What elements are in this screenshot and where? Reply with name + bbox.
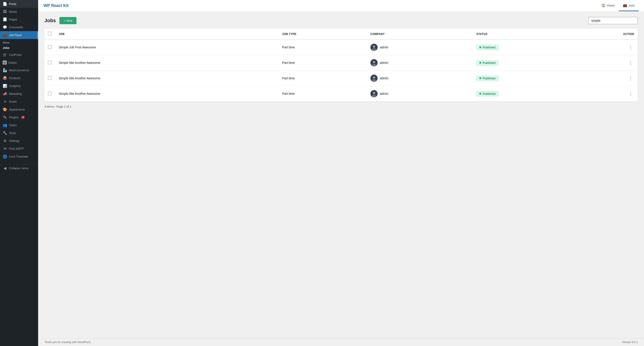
sidebar-item-pages[interactable]: 📃 Pages — [0, 15, 38, 23]
sidebar-item-users[interactable]: 👥 Users — [0, 121, 38, 129]
company-name: admin — [380, 76, 388, 80]
table-row: Simple title Another Awesome Part time a… — [44, 71, 638, 86]
sidebar-item-plugins[interactable]: 🔌 Plugins 4 — [0, 113, 38, 121]
col-header-company: COMPANY — [367, 29, 473, 39]
home-nav-icon: 🏠 — [602, 3, 606, 7]
action-menu-trigger[interactable]: ⋮ — [582, 91, 634, 96]
version-label: Version 6.0.1 — [622, 341, 638, 344]
analytics-icon: 📊 — [3, 84, 7, 88]
svg-point-1 — [373, 45, 375, 48]
action-menu-trigger[interactable]: ⋮ — [582, 75, 634, 81]
sidebar-item-cartpulse[interactable]: 🛒 CartPulse — [0, 51, 38, 59]
cell-action[interactable]: ⋮ — [579, 55, 638, 71]
sidebar-item-comments[interactable]: 💬 Comments — [0, 23, 38, 31]
table-footer: 4 items - Page 1 of 1 — [44, 105, 638, 108]
posts-icon: 📄 — [3, 2, 7, 6]
svg-point-4 — [373, 61, 375, 63]
status-badge: Published — [476, 75, 498, 81]
table-body: Simple Job Post Awesome Part time admin — [44, 39, 638, 101]
status-dot — [480, 77, 481, 79]
cell-job: Simple title Another Awesome — [55, 55, 278, 71]
row-checkbox[interactable] — [48, 76, 52, 80]
search-input[interactable] — [588, 17, 638, 24]
status-dot — [480, 93, 481, 95]
sidebar-item-label: Dokan — [8, 61, 17, 64]
sidebar-item-label: Comments — [9, 25, 23, 29]
sidebar-item-loco-translate[interactable]: 🌐 Loco Translate — [0, 153, 38, 160]
col-header-status: STATUS — [473, 29, 579, 39]
sidebar-item-tools[interactable]: 🔧 Tools — [0, 129, 38, 137]
sidebar-item-label: Posts — [9, 2, 16, 5]
row-checkbox-cell — [44, 55, 55, 71]
cell-action[interactable]: ⋮ — [579, 86, 638, 101]
new-button[interactable]: + New — [60, 17, 76, 24]
sidebar-section-home: Home — [0, 39, 38, 45]
sidebar-item-media[interactable]: 🖼 Media — [0, 8, 38, 15]
svg-point-8 — [372, 79, 376, 82]
table-header-row: JOB JOB TYPE COMPANY STATUS ACTION — [44, 29, 638, 39]
page-title: Jobs — [44, 18, 56, 23]
top-nav-home-label: Home — [607, 4, 615, 7]
row-checkbox[interactable] — [48, 92, 52, 95]
top-nav-home[interactable]: 🏠 Home — [597, 0, 619, 11]
status-label: Published — [482, 61, 495, 64]
action-menu-trigger[interactable]: ⋮ — [582, 45, 634, 50]
svg-point-7 — [373, 76, 375, 79]
settings-icon: ⚙ — [3, 139, 7, 143]
marketing-icon: 📣 — [3, 92, 7, 96]
top-nav-jobs[interactable]: 💼 Jobs — [619, 0, 638, 11]
row-checkbox[interactable] — [48, 61, 52, 64]
sidebar-item-label: WooCommerce — [9, 68, 29, 72]
row-checkbox-cell — [44, 86, 55, 101]
cell-job-type: Part time — [278, 55, 367, 71]
check-all-checkbox[interactable] — [48, 32, 52, 35]
col-header-job: JOB — [55, 29, 278, 39]
sidebar-item-label: Media — [9, 10, 17, 13]
plugins-icon: 🔌 — [3, 115, 7, 119]
postx-icon: ✳ — [3, 99, 7, 104]
footer-thanks: Thank you for creating with WordPress. — [44, 341, 92, 344]
status-label: Published — [482, 77, 495, 80]
sidebar: 📄 Posts 🖼 Media 📃 Pages 💬 Comments 💼 Job… — [0, 0, 38, 346]
sidebar-item-appearance[interactable]: 🎨 Appearance — [0, 105, 38, 113]
company-name: admin — [380, 45, 388, 49]
row-checkbox[interactable] — [48, 45, 52, 49]
company-cell: admin — [370, 59, 469, 66]
cell-status: Published — [473, 71, 579, 86]
sidebar-item-postx[interactable]: ✳ PostX — [0, 98, 38, 105]
svg-point-10 — [373, 92, 375, 94]
products-icon: 📦 — [3, 76, 7, 80]
cell-status: Published — [473, 55, 579, 71]
company-cell: admin — [370, 75, 469, 82]
sidebar-jobs-link[interactable]: Jobs — [0, 45, 38, 51]
cell-job: Simple title Another Awesome — [55, 71, 278, 86]
sidebar-item-post-smtp[interactable]: ✉ Post SMTP — [0, 145, 38, 153]
sidebar-item-posts[interactable]: 📄 Posts — [0, 0, 38, 8]
col-check-all[interactable] — [44, 29, 55, 39]
sidebar-item-label: CartPulse — [9, 53, 22, 56]
sidebar-item-products[interactable]: 📦 Products — [0, 74, 38, 82]
sidebar-item-label: Marketing — [9, 92, 22, 95]
app-title: WP React Kit — [44, 3, 68, 8]
sidebar-item-label: Job Place — [9, 33, 22, 37]
sidebar-item-analytics[interactable]: 📊 Analytics — [0, 82, 38, 90]
cartpulse-icon: 🛒 — [3, 53, 7, 57]
avatar — [370, 44, 378, 51]
cell-status: Published — [473, 39, 579, 55]
sidebar-collapse-menu[interactable]: ◀ Collapse menu — [0, 164, 38, 172]
job-place-icon: 💼 — [3, 33, 7, 37]
sidebar-item-dokan[interactable]: D Dokan — [0, 59, 38, 66]
pages-icon: 📃 — [3, 17, 7, 21]
cell-action[interactable]: ⋮ — [579, 39, 638, 55]
sidebar-item-marketing[interactable]: 📣 Marketing — [0, 90, 38, 98]
sidebar-item-job-place[interactable]: 💼 Job Place — [0, 31, 38, 39]
main-area: WP React Kit 🏠 Home 💼 Jobs Jobs + New — [38, 0, 644, 346]
sidebar-item-label: Settings — [9, 139, 20, 143]
sidebar-item-settings[interactable]: ⚙ Settings — [0, 137, 38, 145]
sidebar-item-woocommerce[interactable]: 🏪 WooCommerce — [0, 66, 38, 74]
sidebar-item-label: Pages — [9, 18, 17, 21]
col-header-job-type: JOB TYPE — [278, 29, 367, 39]
action-menu-trigger[interactable]: ⋮ — [582, 60, 634, 65]
company-cell: admin — [370, 90, 469, 97]
cell-action[interactable]: ⋮ — [579, 71, 638, 86]
